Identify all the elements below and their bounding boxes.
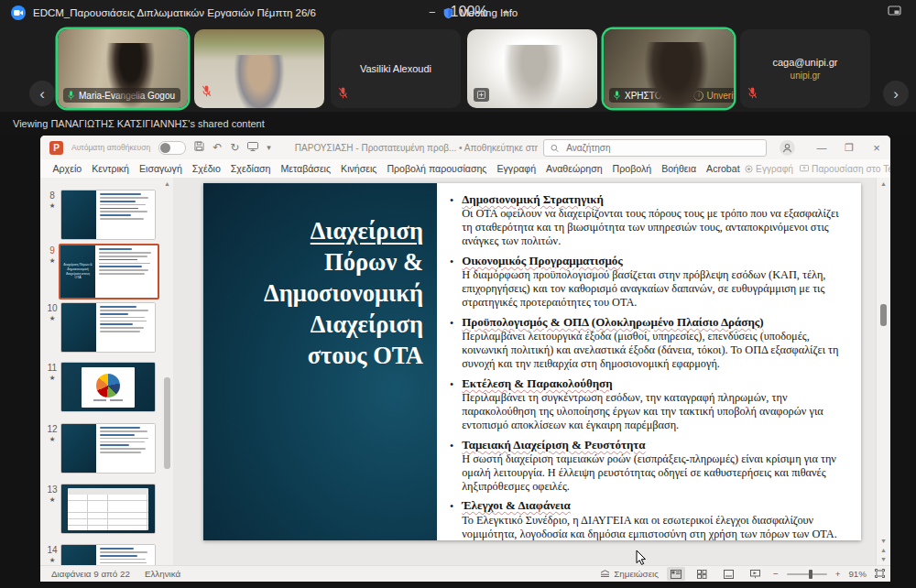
reading-view-button[interactable] [720, 567, 738, 581]
document-title: ΠΑΡΟΥΣΙΑΣΗ - Προστατευμένη προβ... • Απο… [295, 143, 538, 153]
slide-title-panel: Διαχείριση Πόρων & Δημοσιονομική Διαχείρ… [203, 183, 437, 540]
redo-icon[interactable]: ↻ [230, 142, 239, 153]
slide-sorter-view-button[interactable] [693, 567, 712, 581]
tab-record[interactable]: Εγγραφή [492, 163, 541, 174]
participant-tile[interactable]: Vasiliki Alexoudi [331, 29, 461, 108]
record-icon [745, 165, 753, 173]
zoom-slider[interactable] [787, 573, 827, 575]
unverified-badge: • i Unverified [688, 91, 734, 101]
tab-animations[interactable]: Κινήσεις [336, 163, 382, 174]
pin-video-icon[interactable] [474, 88, 489, 102]
tab-draw[interactable]: Σχεδίαση [225, 163, 276, 174]
present-icon[interactable] [247, 141, 258, 154]
ppt-status-bar: Διαφάνεια 9 από 22 Ελληνικά Σημειώσεις [40, 565, 890, 582]
close-button[interactable]: × [863, 136, 890, 159]
record-button[interactable]: Εγγραφή [745, 164, 793, 174]
present-in-teams-button[interactable]: Παρουσίαση στο Teams [800, 164, 890, 174]
ribbon-right-buttons: Εγγραφή Παρουσίαση στο Teams Κοινή χρήση… [745, 161, 890, 176]
zoom-in-button[interactable]: + [503, 5, 510, 19]
previous-slide-icon: ▲ [880, 547, 887, 553]
participant-label: ΧΡΗΣΤΟΣ Π... • i Unverified [609, 88, 734, 103]
scroll-up-icon: ▲ [164, 180, 170, 187]
search-input[interactable] [564, 142, 759, 154]
slide-counter: Διαφάνεια 9 από 22 [51, 569, 130, 579]
participant-tile[interactable] [194, 29, 324, 108]
tab-help[interactable]: Βοήθεια [657, 163, 702, 174]
shared-content-bar: Viewing ΠΑΝΑΓΙΩΤΗΣ ΚΑΤΣΙΓΙΑΝΝΗΣ's shared… [0, 112, 916, 136]
slideshow-view-button[interactable] [747, 567, 765, 581]
minimize-button[interactable]: — [808, 136, 835, 159]
account-icon[interactable] [780, 140, 795, 156]
thumb-number: 10★ [45, 303, 60, 322]
slide-thumbnail-table[interactable] [60, 484, 156, 534]
tab-review[interactable]: Αναθεώρηση [541, 163, 608, 174]
slide-title-line: Διαχείριση [311, 217, 423, 245]
zoom-percentage[interactable]: 91% [848, 569, 867, 579]
info-circle-icon: i [693, 91, 703, 101]
language-indicator[interactable]: Ελληνικά [145, 569, 180, 579]
table-icon [68, 488, 148, 530]
tab-insert[interactable]: Εισαγωγή [134, 163, 187, 174]
slide-bullet: • Ταμειακή Διαχείριση & ΡευστότηταΗ σωστ… [450, 438, 843, 494]
normal-view-button[interactable] [667, 567, 685, 581]
autosave-label: Αυτόματη αποθήκευση [71, 143, 150, 152]
more-commands-icon[interactable]: ▾ [267, 144, 271, 152]
slide-scrollbar[interactable]: ▲ ▼ ▲ ▼ [876, 178, 890, 566]
meeting-title: EDCM_Παρουσιάσεις Διπλωματικών Εργασιών … [33, 7, 316, 18]
restore-button[interactable]: ❐ [835, 136, 863, 159]
slide-title-line: στους ΟΤΑ [308, 342, 423, 369]
fit-to-window-icon[interactable] [875, 569, 885, 580]
scroll-up-icon: ▲ [880, 180, 887, 187]
thumb-number: 11★ [45, 363, 60, 382]
zoom-meeting-window: EDCM_Παρουσιάσεις Διπλωματικών Εργασιών … [0, 0, 916, 588]
search-icon [551, 144, 559, 153]
panel-scrollbar[interactable]: ▲ [162, 178, 172, 566]
zoom-in-button[interactable]: + [835, 569, 841, 579]
slide-thumbnail[interactable] [60, 302, 156, 353]
participant-org: unipi.gr [791, 71, 821, 81]
slide-bullet: • Εκτέλεση & ΠαρακολούθησηΠεριλαμβάνει τ… [450, 376, 843, 432]
chevron-left-icon[interactable]: ‹ [29, 81, 55, 106]
participant-tile[interactable]: caga@unipi.gr unipi.gr [740, 29, 870, 108]
slide-content: • Δημοσιονομική ΣτρατηγικήΟι ΟΤΑ οφείλου… [437, 183, 861, 540]
tab-slideshow[interactable]: Προβολή παρουσίασης [382, 163, 492, 174]
thumb-number-current: 9★ [45, 245, 60, 265]
powerpoint-icon: P [49, 141, 63, 155]
participant-strip: ‹ Maria-Evangelia Gogou Vasiliki Alexoud… [0, 26, 916, 112]
slide-bullet: • Οικονομικός ΠρογραμματισμόςΗ διαμόρφωσ… [450, 254, 843, 310]
participant-name: caga@unipi.gr [772, 57, 837, 68]
participant-tile[interactable]: ΧΡΗΣΤΟΣ Π... • i Unverified [604, 29, 734, 108]
tab-design[interactable]: Σχέδιο [187, 163, 225, 174]
zoom-out-button[interactable]: − [429, 5, 436, 19]
participant-tile[interactable] [467, 29, 597, 108]
slide-thumbnail[interactable] [60, 423, 156, 474]
participant-name: Vasiliki Alexoudi [360, 63, 431, 74]
slide-thumbnail-chart[interactable] [60, 362, 156, 412]
thumb-number: 12★ [45, 424, 60, 443]
zoom-out-button[interactable]: − [773, 569, 779, 579]
save-icon[interactable] [194, 141, 204, 154]
tab-view[interactable]: Προβολή [607, 163, 657, 174]
slide-thumbnail-panel: 8★ 9★ Διαχείριση Πόρων & Δημοσιονομική Δ… [40, 178, 173, 566]
tab-home[interactable]: Κεντρική [87, 163, 135, 174]
mic-muted-icon [202, 84, 212, 101]
notes-icon [600, 570, 610, 578]
view-options-icon[interactable] [888, 5, 901, 21]
mic-on-icon [613, 90, 621, 101]
slide-thumbnail-selected[interactable]: Διαχείριση Πόρων & Δημοσιονομική Διαχείρ… [59, 244, 159, 299]
slide-bullet: • Έλεγχοι & ΔιαφάνειαΤο Ελεγκτικό Συνέδρ… [450, 498, 843, 540]
slide-thumbnail[interactable] [60, 190, 156, 240]
participant-tile[interactable]: Maria-Evangelia Gogou [58, 29, 188, 108]
chevron-right-icon[interactable]: › [883, 81, 909, 106]
thumb-number: 14★ [45, 545, 60, 564]
tab-acrobat[interactable]: Acrobat [702, 163, 746, 174]
undo-icon[interactable]: ↶ [213, 142, 222, 153]
tab-file[interactable]: Αρχείο [48, 163, 87, 174]
autosave-toggle[interactable] [158, 141, 186, 155]
notes-toggle[interactable]: Σημειώσεις [600, 569, 659, 579]
zoom-level: 100% [451, 4, 488, 20]
search-box[interactable] [543, 139, 767, 157]
scroll-down-icon: ▼ [880, 538, 887, 544]
viewing-text: Viewing ΠΑΝΑΓΙΩΤΗΣ ΚΑΤΣΙΓΙΑΝΝΗΣ's shared… [13, 118, 265, 129]
tab-transitions[interactable]: Μεταβάσεις [276, 163, 336, 174]
